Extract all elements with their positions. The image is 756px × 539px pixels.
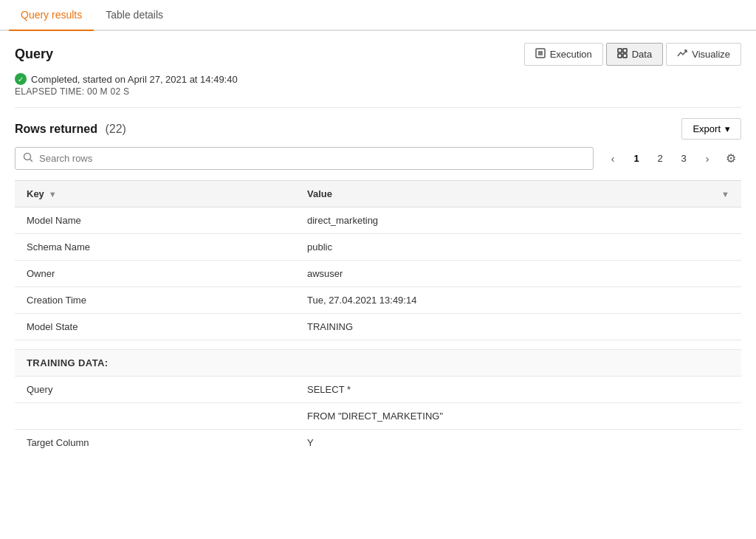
main-content: Query Execution (0, 31, 756, 467)
table-row: Model Name direct_marketing (15, 207, 741, 234)
query-section-header: Query Execution (15, 43, 741, 66)
pagination: ‹ 1 2 3 › ⚙ (602, 148, 741, 169)
data-table: Key ▼ Value ▼ Model Name direct_marketin… (15, 180, 741, 456)
table-row: Model State TRAINING (15, 314, 741, 340)
page-next-button[interactable]: › (697, 148, 718, 169)
tabs-bar: Query results Table details (0, 0, 756, 31)
value-filter-icon[interactable]: ▼ (721, 190, 729, 199)
table-section-header-row: TRAINING DATA: (15, 350, 741, 377)
table-row: Query SELECT * (15, 377, 741, 403)
search-icon (23, 152, 33, 165)
status-text: Completed, started on April 27, 2021 at … (31, 74, 238, 85)
chart-icon (677, 48, 687, 61)
table-row: FROM "DIRECT_MARKETING" (15, 403, 741, 430)
key-cell: Query (15, 377, 295, 403)
svg-line-11 (30, 159, 33, 162)
data-label: Data (632, 49, 652, 60)
col-header-key: Key ▼ (15, 181, 295, 207)
data-button[interactable]: Data (606, 43, 663, 66)
key-cell: Owner (15, 261, 295, 287)
value-cell: Y (295, 430, 741, 456)
value-cell: SELECT * (295, 377, 741, 403)
value-cell: public (295, 234, 741, 261)
search-input[interactable] (39, 153, 585, 164)
page-2-button[interactable]: 2 (650, 148, 670, 169)
value-cell: Tue, 27.04.2021 13:49:14 (295, 287, 741, 314)
tab-table-details[interactable]: Table details (94, 0, 175, 31)
visualize-button[interactable]: Visualize (666, 43, 741, 66)
table-row: Creation Time Tue, 27.04.2021 13:49:14 (15, 287, 741, 314)
search-box[interactable] (15, 147, 594, 170)
key-cell: Schema Name (15, 234, 295, 261)
svg-rect-4 (618, 49, 622, 52)
value-cell: awsuser (295, 261, 741, 287)
col-header-value: Value ▼ (295, 181, 741, 207)
table-row: Schema Name public (15, 234, 741, 261)
toolbar-buttons: Execution Data (524, 43, 741, 66)
status-row: ✓ Completed, started on April 27, 2021 a… (15, 73, 741, 85)
rows-section: Rows returned (22) Export ▾ (15, 107, 741, 147)
elapsed-time: ELAPSED TIME: 00 m 02 s (15, 86, 741, 97)
execution-button[interactable]: Execution (524, 43, 603, 66)
svg-rect-7 (623, 54, 627, 58)
svg-rect-5 (623, 49, 627, 52)
table-row: Owner awsuser (15, 261, 741, 287)
visualize-label: Visualize (692, 49, 730, 60)
page-3-button[interactable]: 3 (673, 148, 694, 169)
page-1-button[interactable]: 1 (626, 148, 647, 169)
table-header-row: Key ▼ Value ▼ (15, 181, 741, 207)
status-icon: ✓ (15, 73, 27, 85)
svg-rect-6 (618, 54, 622, 58)
key-cell: Target Column (15, 430, 295, 456)
key-filter-icon[interactable]: ▼ (49, 190, 57, 199)
query-title: Query (15, 47, 53, 62)
rows-returned-label: Rows returned (22) (15, 123, 126, 135)
export-label: Export (693, 123, 721, 134)
training-label: TRAINING DATA: (15, 350, 741, 377)
key-cell: Creation Time (15, 287, 295, 314)
settings-icon[interactable]: ⚙ (721, 148, 741, 169)
value-cell: FROM "DIRECT_MARKETING" (295, 403, 741, 430)
tab-query-results[interactable]: Query results (9, 0, 94, 31)
value-cell: TRAINING (295, 314, 741, 340)
value-cell: direct_marketing (295, 207, 741, 234)
svg-point-10 (24, 154, 31, 160)
key-cell: Model State (15, 314, 295, 340)
search-pagination-row: ‹ 1 2 3 › ⚙ (15, 147, 741, 170)
table-row: Target Column Y (15, 430, 741, 456)
grid-icon (617, 48, 628, 61)
rows-count: (22) (105, 123, 126, 135)
rows-title-area: Rows returned (22) (15, 123, 126, 136)
page-prev-button[interactable]: ‹ (602, 148, 623, 169)
list-icon (535, 48, 546, 61)
key-cell: Model Name (15, 207, 295, 234)
chevron-down-icon: ▾ (725, 123, 730, 134)
key-cell (15, 403, 295, 430)
export-button[interactable]: Export ▾ (681, 118, 741, 140)
table-spacer-row (15, 340, 741, 350)
execution-label: Execution (550, 49, 592, 60)
